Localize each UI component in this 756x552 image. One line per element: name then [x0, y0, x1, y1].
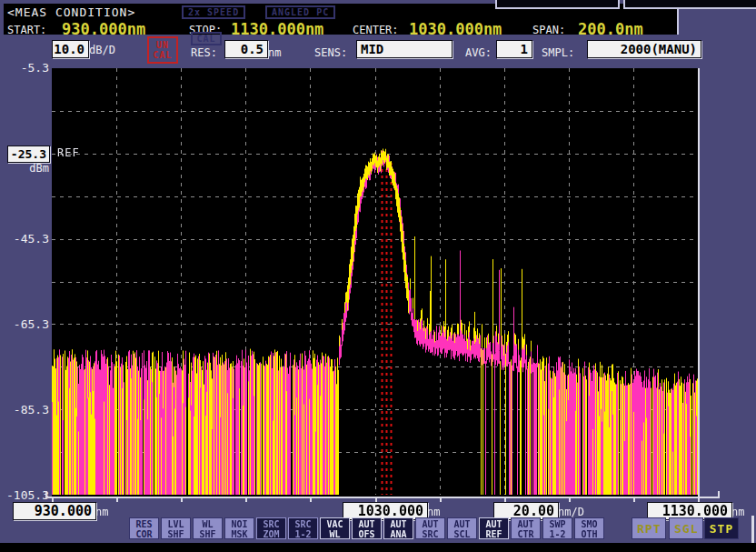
ref-level-field: -25.3	[7, 146, 50, 163]
run-key-stp[interactable]: STP	[704, 517, 739, 539]
x-center-unit: nm	[427, 506, 440, 518]
osa-screen: <MEAS CONDITION> 2x SPEED ANGLED PC STAR…	[0, 0, 756, 552]
start-value: 930.000nm	[62, 20, 145, 38]
softkey-aut-ofs[interactable]: AUTOFS	[352, 517, 382, 539]
angled-pc-flag: ANGLED PC	[265, 5, 335, 19]
y-tick-45: -45.3	[0, 232, 49, 246]
level-scale-unit: dB/D	[89, 44, 115, 56]
softkey-swp-1-2[interactable]: SWP1-2	[542, 517, 572, 539]
softkey-aut-ctr[interactable]: AUTCTR	[511, 517, 541, 539]
smpl-field: 2000(MANU)	[587, 40, 701, 58]
softkey-wl-shf[interactable]: WLSHF	[193, 517, 223, 539]
y-tick-65: -65.3	[0, 317, 49, 331]
right-edge-sliver	[751, 516, 754, 543]
sens-label: SENS:	[314, 46, 347, 59]
softkey-vac-wl[interactable]: VACWL	[320, 517, 350, 539]
x-stop-unit: nm	[731, 506, 744, 518]
x-axis-tick	[440, 498, 442, 502]
softkey-src-1-2[interactable]: SRC1-2	[288, 517, 318, 539]
avg-label: AVG:	[465, 46, 492, 59]
x-axis-hook-right	[718, 491, 720, 497]
softkey-lvl-shf[interactable]: LVLSHF	[161, 517, 191, 539]
uncal-indicator: UN CAL	[147, 36, 178, 64]
sens-field: MID	[356, 40, 453, 58]
res-label: RES:	[191, 46, 217, 59]
res-unit: nm	[268, 46, 281, 59]
level-scale-field: 10.0	[52, 40, 89, 58]
x-scale-unit: nm/D	[558, 506, 584, 518]
spectrum-canvas	[52, 68, 698, 495]
start-label: START:	[7, 24, 46, 36]
smpl-label: SMPL:	[542, 46, 574, 59]
x-axis-tick	[633, 498, 635, 502]
ref-marker-label: REF	[57, 146, 80, 159]
meas-condition-title: <MEAS CONDITION>	[7, 5, 135, 19]
y-tick-105: -105.3	[0, 488, 49, 502]
cutoff-box-left	[495, 0, 620, 9]
stop-value: 1130.000nm	[231, 20, 323, 38]
run-key-rpt[interactable]: RPT	[632, 517, 666, 539]
x-axis-tick	[310, 498, 312, 502]
x-start-field: 930.000	[13, 502, 96, 520]
x-axis-tick	[569, 498, 571, 502]
y-axis-unit: dBm	[0, 162, 49, 175]
run-key-sgl[interactable]: SGL	[669, 517, 703, 539]
speed-flag: 2x SPEED	[182, 5, 245, 19]
softkey-smo-oth[interactable]: SMOOTH	[574, 517, 604, 539]
x-axis-tick	[181, 498, 183, 502]
center-value: 1030.000nm	[409, 20, 502, 38]
y-tick-85: -85.3	[0, 403, 49, 417]
span-label: SPAN:	[532, 24, 565, 36]
res-field: 0.5	[224, 40, 268, 58]
softkey-noi-msk[interactable]: NOIMSK	[224, 517, 254, 539]
softkey-src-zom[interactable]: SRCZOM	[256, 517, 286, 539]
softkey-aut-ref[interactable]: AUTREF	[479, 517, 509, 539]
span-value: 200.0nm	[578, 20, 643, 38]
cutoff-box-right	[623, 0, 756, 9]
softkey-res-cor[interactable]: RESCOR	[129, 517, 159, 539]
cal-indicator: CAL	[191, 32, 222, 45]
y-tick-top: -5.3	[0, 61, 49, 75]
softkey-aut-src[interactable]: AUTSRC	[415, 517, 445, 539]
bottom-black-strip	[0, 543, 756, 552]
x-axis-tick	[116, 498, 118, 502]
spectrum-plot: REF	[52, 68, 700, 497]
avg-field: 1	[496, 40, 532, 58]
x-axis-line	[45, 497, 720, 498]
x-axis-hook-left	[45, 491, 47, 497]
softkey-aut-scl[interactable]: AUTSCL	[447, 517, 477, 539]
x-start-unit: nm	[95, 506, 108, 518]
x-axis-tick	[245, 498, 247, 502]
softkey-aut-ana[interactable]: AUTANA	[383, 517, 413, 539]
center-label: CENTER:	[353, 24, 399, 36]
